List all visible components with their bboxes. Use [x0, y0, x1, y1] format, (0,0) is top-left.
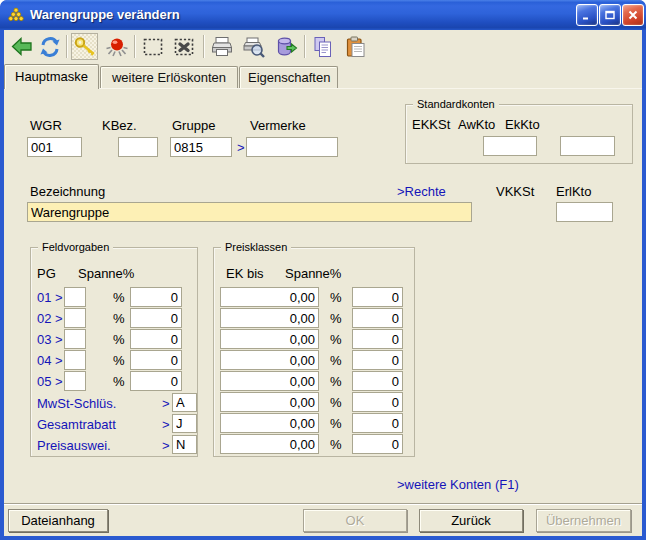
pk-spanne-input-8[interactable] — [352, 434, 403, 454]
awkto-input[interactable] — [483, 136, 537, 156]
pg-03-spanne-input[interactable] — [130, 329, 182, 349]
preisauswei-input[interactable] — [172, 435, 197, 454]
print-button[interactable] — [208, 33, 235, 60]
pg-row-label[interactable]: 04 > — [37, 353, 63, 368]
pg-01-code-input[interactable] — [64, 287, 86, 307]
pin-icon — [105, 35, 129, 59]
select-button[interactable] — [139, 33, 166, 60]
erlkto-input[interactable] — [556, 202, 613, 222]
toolbar-separator — [304, 35, 306, 58]
tab-hauptmaske[interactable]: Hauptmaske — [4, 64, 99, 89]
pg-label: 03 — [37, 332, 51, 347]
percent-label: % — [330, 395, 342, 410]
window: Warengruppe verändern — [0, 0, 646, 540]
ek-bis-input-2[interactable] — [220, 308, 319, 328]
kbez-input[interactable] — [118, 137, 158, 157]
gesamtrabatt-lookup-arrow[interactable]: > — [162, 417, 170, 432]
pg-02-code-input[interactable] — [64, 308, 86, 328]
uebernehmen-button: Übernehmen — [536, 509, 631, 532]
vermerke-label: Vermerke — [250, 118, 306, 133]
ek-bis-input-7[interactable] — [220, 413, 319, 433]
mwst-input[interactable] — [172, 393, 197, 412]
deselect-icon — [172, 35, 196, 59]
export-button[interactable] — [272, 33, 299, 60]
gesamtrabatt-input[interactable] — [172, 414, 197, 433]
print-preview-button[interactable] — [240, 33, 267, 60]
percent-label: % — [330, 332, 342, 347]
ek-bis-input-5[interactable] — [220, 371, 319, 391]
pg-row-label[interactable]: 01 > — [37, 290, 63, 305]
lookup-arrow: > — [55, 332, 63, 347]
preisklassen-legend: Preisklassen — [221, 241, 291, 254]
refresh-icon — [38, 35, 62, 59]
minimize-button[interactable] — [576, 4, 598, 26]
bezeichnung-input[interactable] — [27, 202, 472, 222]
vermerke-link-arrow[interactable]: > — [237, 140, 245, 155]
tab-weitere-erloeskonten[interactable]: weitere Erlöskonten — [100, 66, 238, 88]
ek-bis-input-4[interactable] — [220, 350, 319, 370]
preisauswei-label: Preisauswei. — [37, 438, 111, 453]
ekkto-label: EkKto — [505, 117, 540, 132]
copy-button[interactable] — [309, 33, 336, 60]
pk-spanne-input-3[interactable] — [352, 329, 403, 349]
pk-spanne-input-1[interactable] — [352, 287, 403, 307]
zurueck-button[interactable]: Zurück — [419, 509, 523, 532]
dateianhang-button[interactable]: Dateianhang — [8, 509, 108, 532]
back-button[interactable] — [8, 33, 35, 60]
lookup-arrow: > — [55, 311, 63, 326]
pg-01-spanne-input[interactable] — [130, 287, 182, 307]
vermerke-input[interactable] — [246, 137, 338, 157]
refresh-button[interactable] — [36, 33, 63, 60]
pg-row-label[interactable]: 03 > — [37, 332, 63, 347]
paste-button[interactable] — [342, 33, 369, 60]
pin-button[interactable] — [103, 33, 130, 60]
rechte-link[interactable]: >Rechte — [397, 184, 446, 199]
tabstrip-baseline — [4, 88, 642, 89]
percent-label: % — [113, 353, 125, 368]
ekkto-input[interactable] — [560, 136, 615, 156]
pg-row-label[interactable]: 02 > — [37, 311, 63, 326]
back-arrow-icon — [10, 35, 34, 59]
vkkst-label: VKKSt — [496, 184, 534, 199]
weitere-konten-link[interactable]: >weitere Konten (F1) — [397, 477, 519, 492]
awkto-label: AwKto — [458, 117, 495, 132]
lookup-arrow: > — [55, 290, 63, 305]
pk-spanne-input-5[interactable] — [352, 371, 403, 391]
maximize-button[interactable] — [599, 4, 621, 26]
pk-spanne-input-7[interactable] — [352, 413, 403, 433]
pg-05-spanne-input[interactable] — [130, 371, 182, 391]
ek-bis-input-1[interactable] — [220, 287, 319, 307]
percent-label: % — [113, 311, 125, 326]
pg-02-spanne-input[interactable] — [130, 308, 182, 328]
percent-label: % — [330, 374, 342, 389]
wgr-input[interactable] — [27, 137, 82, 157]
erlkto-label: ErlKto — [556, 184, 591, 199]
tab-eigenschaften[interactable]: Eigenschaften — [239, 66, 338, 88]
toolbar-separator — [203, 35, 205, 58]
kbez-label: KBez. — [102, 118, 137, 133]
pk-spanne-input-4[interactable] — [352, 350, 403, 370]
standardkonten-legend: Standardkonten — [413, 98, 499, 111]
gruppe-input[interactable] — [170, 137, 232, 157]
mwst-lookup-arrow[interactable]: > — [162, 396, 170, 411]
minimize-icon — [581, 9, 593, 21]
pg-04-code-input[interactable] — [64, 350, 86, 370]
selection-marquee-icon — [141, 35, 165, 59]
pg-03-code-input[interactable] — [64, 329, 86, 349]
close-button[interactable] — [622, 4, 644, 26]
preisauswei-lookup-arrow[interactable]: > — [162, 438, 170, 453]
ek-bis-input-3[interactable] — [220, 329, 319, 349]
footer-divider — [4, 503, 642, 505]
pg-05-code-input[interactable] — [64, 371, 86, 391]
deselect-button[interactable] — [170, 33, 197, 60]
pg-row-label[interactable]: 05 > — [37, 374, 63, 389]
pk-spanne-input-2[interactable] — [352, 308, 403, 328]
pg-04-spanne-input[interactable] — [130, 350, 182, 370]
pk-spanne-input-6[interactable] — [352, 392, 403, 412]
ek-bis-header: EK bis — [226, 266, 264, 281]
key-button[interactable] — [71, 33, 98, 60]
ek-bis-input-8[interactable] — [220, 434, 319, 454]
percent-label: % — [330, 416, 342, 431]
ek-bis-input-6[interactable] — [220, 392, 319, 412]
percent-label: % — [113, 332, 125, 347]
